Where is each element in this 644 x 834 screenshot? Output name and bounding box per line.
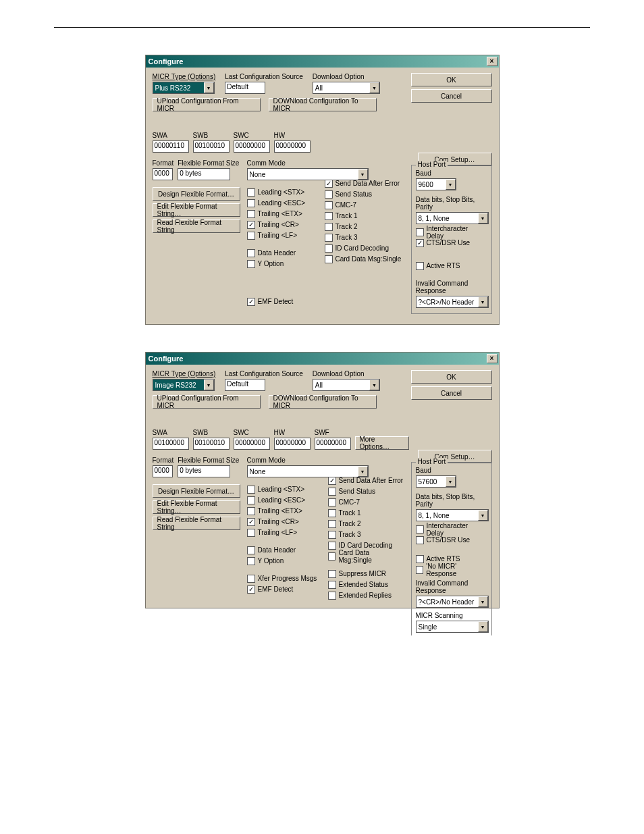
- swc-field[interactable]: 00000000: [234, 140, 270, 153]
- send-status-check[interactable]: Send Status: [325, 189, 404, 199]
- comm-mode-combo[interactable]: None ▼: [247, 168, 369, 180]
- swf-label: SWF: [315, 429, 351, 436]
- track1-check[interactable]: Track 1: [325, 211, 404, 221]
- comm-mode-combo[interactable]: None ▼: [247, 465, 369, 477]
- micr-type-combo[interactable]: Image RS232 ▼: [153, 379, 215, 391]
- swa-label: SWA: [153, 429, 189, 436]
- chevron-down-icon[interactable]: ▼: [478, 213, 488, 224]
- trailing-etx-check[interactable]: Trailing <ETX>: [247, 506, 321, 516]
- chevron-down-icon[interactable]: ▼: [358, 169, 368, 180]
- design-flex-fmt-button[interactable]: Design Flexible Format…: [153, 187, 240, 201]
- suppress-micr-check[interactable]: Suppress MICR: [328, 569, 404, 579]
- card-data-msg-check[interactable]: Card Data Msg:Single: [328, 551, 404, 561]
- micr-scanning-label: MICR Scanning: [416, 612, 487, 619]
- chevron-down-icon[interactable]: ▼: [369, 380, 379, 390]
- edit-flex-fmt-button[interactable]: Edit Flexible Format String…: [153, 203, 240, 217]
- hw-field[interactable]: 00000000: [274, 438, 311, 450]
- swa-field[interactable]: 00000110: [153, 140, 189, 153]
- id-card-decode-check[interactable]: ID Card Decoding: [325, 243, 404, 253]
- cancel-button[interactable]: Cancel: [411, 89, 492, 103]
- more-options-button[interactable]: More Options…: [355, 436, 409, 450]
- download-option-combo[interactable]: All ▼: [313, 82, 380, 94]
- interchar-delay-check[interactable]: Intercharacter Delay: [416, 227, 487, 237]
- download-config-button[interactable]: DOWNload Configuration To MICR: [269, 98, 377, 111]
- swc-field[interactable]: 00000000: [234, 438, 270, 450]
- interchar-delay-check[interactable]: Intercharacter Delay: [416, 524, 487, 534]
- close-icon[interactable]: ×: [487, 354, 498, 363]
- micr-type-combo[interactable]: Plus RS232 ▼: [153, 82, 215, 94]
- chevron-down-icon[interactable]: ▼: [204, 380, 214, 390]
- y-option-check[interactable]: Y Option: [247, 556, 321, 566]
- icr-label: Invalid Command Response: [416, 280, 487, 294]
- track2-check[interactable]: Track 2: [328, 519, 404, 529]
- baud-combo[interactable]: 57600 ▼: [416, 475, 456, 488]
- trailing-lf-check[interactable]: Trailing <LF>: [247, 527, 321, 538]
- chevron-down-icon[interactable]: ▼: [446, 476, 456, 487]
- chevron-down-icon[interactable]: ▼: [358, 466, 368, 477]
- host-port-group: Host Port Baud 9600 ▼ Data bits, Stop Bi…: [411, 165, 492, 314]
- cancel-button[interactable]: Cancel: [411, 386, 492, 400]
- leading-esc-check[interactable]: Leading <ESC>: [247, 198, 318, 208]
- active-rts-check[interactable]: Active RTS: [416, 261, 487, 271]
- track3-check[interactable]: Track 3: [325, 232, 404, 242]
- trailing-lf-check[interactable]: Trailing <LF>: [247, 230, 318, 240]
- chevron-down-icon[interactable]: ▼: [478, 621, 488, 632]
- swb-field[interactable]: 00100010: [193, 438, 230, 450]
- extended-replies-check[interactable]: Extended Replies: [328, 590, 404, 600]
- read-flex-fmt-button[interactable]: Read Flexible Format String: [153, 219, 240, 233]
- baud-combo[interactable]: 9600 ▼: [416, 178, 456, 190]
- upload-config-button[interactable]: UPload Configuration From MICR: [153, 98, 261, 111]
- ffs-label: Flexible Format Size: [178, 457, 239, 464]
- read-flex-fmt-button[interactable]: Read Flexible Format String: [153, 517, 240, 530]
- leading-esc-check[interactable]: Leading <ESC>: [247, 495, 321, 505]
- ok-button[interactable]: OK: [411, 73, 492, 86]
- upload-config-button[interactable]: UPload Configuration From MICR: [153, 395, 261, 409]
- last-config-field: Default: [225, 82, 265, 94]
- chevron-down-icon[interactable]: ▼: [478, 510, 488, 521]
- cmc7-check[interactable]: CMC-7: [328, 497, 404, 507]
- trailing-cr-check[interactable]: ✓Trailing <CR>: [247, 517, 321, 527]
- micr-scanning-combo[interactable]: Single ▼: [416, 621, 489, 633]
- track2-check[interactable]: Track 2: [325, 221, 404, 232]
- no-micr-response-check[interactable]: 'No MICR' Response: [416, 565, 487, 575]
- data-header-check[interactable]: Data Header: [247, 248, 318, 258]
- emf-detect-check[interactable]: ✓EMF Detect: [247, 584, 321, 594]
- trailing-cr-check[interactable]: ✓Trailing <CR>: [247, 219, 318, 230]
- close-icon[interactable]: ×: [487, 57, 498, 66]
- card-data-msg-check[interactable]: Card Data Msg:Single: [325, 254, 404, 264]
- chevron-down-icon[interactable]: ▼: [446, 179, 456, 190]
- dbsbp-combo[interactable]: 8, 1, None ▼: [416, 212, 489, 224]
- y-option-check[interactable]: Y Option: [247, 259, 318, 269]
- emf-detect-check[interactable]: ✓EMF Detect: [247, 296, 318, 307]
- extended-status-check[interactable]: Extended Status: [328, 579, 404, 590]
- ok-button[interactable]: OK: [411, 370, 492, 384]
- leading-stx-check[interactable]: Leading <STX>: [247, 484, 321, 494]
- leading-stx-check[interactable]: Leading <STX>: [247, 187, 318, 197]
- icr-combo[interactable]: ?<CR>/No Header ▼: [416, 596, 489, 608]
- ffs-label: Flexible Format Size: [178, 159, 239, 167]
- download-option-combo[interactable]: All ▼: [313, 379, 380, 391]
- format-field[interactable]: 0000: [153, 168, 173, 180]
- swa-field[interactable]: 00100000: [153, 438, 189, 450]
- track1-check[interactable]: Track 1: [328, 508, 404, 518]
- chevron-down-icon[interactable]: ▼: [478, 296, 488, 307]
- cmc7-check[interactable]: CMC-7: [325, 200, 404, 210]
- design-flex-fmt-button[interactable]: Design Flexible Format…: [153, 484, 240, 498]
- trailing-etx-check[interactable]: Trailing <ETX>: [247, 209, 318, 219]
- format-field[interactable]: 0000: [153, 465, 173, 477]
- swa-label: SWA: [153, 132, 189, 139]
- track3-check[interactable]: Track 3: [328, 529, 404, 540]
- data-header-check[interactable]: Data Header: [247, 545, 321, 555]
- chevron-down-icon[interactable]: ▼: [478, 596, 488, 607]
- download-config-button[interactable]: DOWNload Configuration To MICR: [269, 395, 377, 409]
- swb-field[interactable]: 00100010: [193, 140, 230, 153]
- icr-combo[interactable]: ?<CR>/No Header ▼: [416, 296, 489, 308]
- xfer-progress-check[interactable]: Xfer Progress Msgs: [247, 573, 321, 583]
- chevron-down-icon[interactable]: ▼: [204, 82, 214, 93]
- swf-field[interactable]: 00000000: [315, 438, 351, 450]
- send-status-check[interactable]: Send Status: [328, 486, 404, 496]
- chevron-down-icon[interactable]: ▼: [369, 82, 379, 93]
- dbsbp-combo[interactable]: 8, 1, None ▼: [416, 509, 489, 521]
- hw-field[interactable]: 00000000: [274, 140, 311, 153]
- edit-flex-fmt-button[interactable]: Edit Flexible Format String…: [153, 500, 240, 514]
